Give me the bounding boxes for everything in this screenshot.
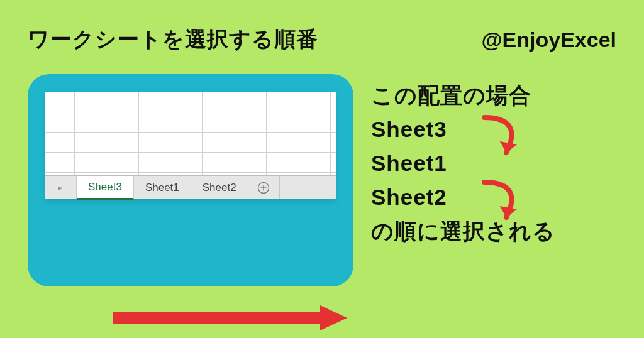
order-sheet3: Sheet3	[371, 112, 447, 146]
order-sheet2: Sheet2	[371, 180, 447, 214]
tab-label: Sheet1	[145, 182, 179, 194]
explain-line: この配置の場合	[371, 79, 555, 112]
direction-arrow-icon	[109, 303, 348, 332]
excel-window: ▸ Sheet3 Sheet1 Sheet2	[45, 92, 336, 199]
excel-panel: ▸ Sheet3 Sheet1 Sheet2	[28, 74, 353, 286]
tab-label: Sheet2	[203, 182, 236, 194]
plus-circle-icon	[257, 182, 270, 194]
order-sheet1: Sheet1	[371, 146, 447, 180]
chevron-right-icon: ▸	[58, 183, 63, 192]
flow-arrow-2-icon	[478, 175, 528, 231]
author-handle: @EnjoyExcel	[481, 28, 616, 52]
spreadsheet-grid	[45, 92, 336, 175]
page-title: ワークシートを選択する順番	[28, 25, 318, 54]
sheet-tab-sheet2[interactable]: Sheet2	[191, 176, 248, 199]
add-sheet-button[interactable]	[248, 176, 280, 199]
sheet-tab-sheet1[interactable]: Sheet1	[134, 176, 191, 199]
svg-marker-4	[320, 305, 347, 330]
sheet-nav-button[interactable]: ▸	[45, 176, 77, 199]
sheet-tab-sheet3[interactable]: Sheet3	[77, 176, 134, 200]
sheet-tab-bar: ▸ Sheet3 Sheet1 Sheet2	[45, 175, 336, 199]
tab-label: Sheet3	[88, 181, 122, 194]
header: ワークシートを選択する順番 @EnjoyExcel	[28, 25, 616, 54]
flow-arrow-1-icon	[478, 110, 528, 166]
